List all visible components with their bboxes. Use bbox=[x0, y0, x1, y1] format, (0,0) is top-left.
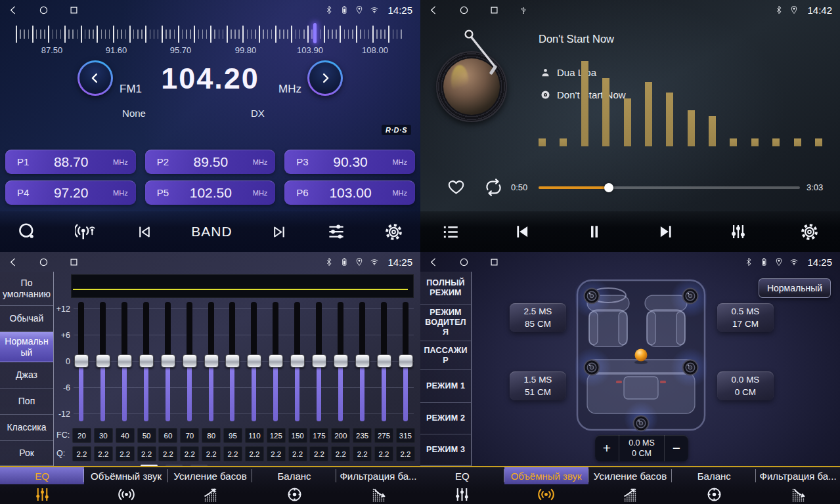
tab-balance[interactable]: Баланс bbox=[672, 467, 756, 504]
slider-handle[interactable] bbox=[183, 354, 197, 368]
eq-fc-value[interactable]: 30 bbox=[94, 428, 113, 443]
home-icon[interactable] bbox=[38, 257, 49, 268]
slider-handle[interactable] bbox=[139, 354, 154, 368]
eq-band-slider[interactable] bbox=[398, 298, 414, 433]
eq-fc-value[interactable]: 50 bbox=[137, 428, 156, 443]
eq-q-value[interactable]: 2.2 bbox=[374, 446, 393, 461]
tune-down-button[interactable] bbox=[77, 60, 113, 96]
eq-q-value[interactable]: 2.2 bbox=[245, 446, 264, 461]
tab-bass-boost[interactable]: Усиление басов bbox=[588, 467, 673, 504]
eq-band-slider[interactable] bbox=[376, 298, 392, 433]
tab-filter[interactable]: Фильтрация ба... bbox=[756, 467, 840, 504]
slider-handle[interactable] bbox=[355, 354, 370, 368]
scan-button[interactable] bbox=[17, 222, 37, 242]
eq-preset-rock[interactable]: Рок bbox=[0, 441, 53, 466]
progress-thumb[interactable] bbox=[604, 183, 613, 192]
playlist-button[interactable] bbox=[441, 222, 460, 242]
progress-bar[interactable] bbox=[539, 186, 800, 189]
increase-delay-button[interactable]: + bbox=[595, 435, 619, 461]
preset-button-p4[interactable]: P497.20MHz bbox=[5, 180, 136, 205]
mode-driver[interactable]: РЕЖИМ ВОДИТЕЛЯ bbox=[420, 304, 471, 341]
back-icon[interactable] bbox=[8, 5, 19, 16]
mode-2[interactable]: РЕЖИМ 2 bbox=[420, 403, 471, 434]
mode-full[interactable]: ПОЛНЫЙ РЕЖИМ bbox=[420, 272, 471, 304]
previous-track-button[interactable] bbox=[512, 222, 532, 242]
slider-handle[interactable] bbox=[96, 354, 110, 368]
eq-band-slider[interactable] bbox=[290, 298, 305, 433]
slider-handle[interactable] bbox=[312, 354, 326, 368]
slider-handle[interactable] bbox=[377, 354, 391, 368]
eq-preset-custom[interactable]: Обычай bbox=[0, 306, 53, 332]
slider-handle[interactable] bbox=[290, 354, 305, 368]
equalizer-button[interactable] bbox=[728, 222, 748, 242]
settings-button[interactable] bbox=[384, 222, 403, 242]
mode-3[interactable]: РЕЖИМ 3 bbox=[420, 434, 471, 466]
eq-q-value[interactable]: 2.2 bbox=[396, 446, 415, 461]
slider-handle[interactable] bbox=[161, 354, 175, 368]
eq-band-slider[interactable] bbox=[246, 298, 262, 433]
delay-rear-left[interactable]: 1.5 MS 51 CM bbox=[510, 371, 566, 400]
eq-q-value[interactable]: 2.2 bbox=[94, 446, 113, 461]
eq-band-slider[interactable] bbox=[311, 298, 327, 433]
eq-band-slider[interactable] bbox=[225, 298, 240, 433]
eq-q-value[interactable]: 2.2 bbox=[353, 446, 372, 461]
repeat-button[interactable] bbox=[483, 177, 504, 198]
back-icon[interactable] bbox=[428, 257, 439, 268]
delay-front-left[interactable]: 2.5 MS 85 CM bbox=[510, 303, 566, 332]
slider-handle[interactable] bbox=[247, 354, 261, 368]
frequency-scale[interactable]: 87.50 91.60 95.70 99.80 103.90 108.00 bbox=[16, 22, 405, 54]
eq-fc-value[interactable]: 175 bbox=[309, 428, 328, 443]
eq-preset-pop[interactable]: Поп bbox=[0, 388, 53, 415]
eq-q-value[interactable]: 2.2 bbox=[267, 446, 286, 461]
slider-handle[interactable] bbox=[399, 354, 413, 368]
eq-q-value[interactable]: 2.2 bbox=[72, 446, 91, 461]
eq-fc-value[interactable]: 70 bbox=[180, 428, 199, 443]
recents-icon[interactable] bbox=[489, 257, 500, 268]
preset-button-p5[interactable]: P5102.50MHz bbox=[145, 180, 276, 205]
eq-preset-classic[interactable]: Классика bbox=[0, 415, 53, 441]
eq-q-value[interactable]: 2.2 bbox=[180, 446, 199, 461]
delay-front-right[interactable]: 0.5 MS 17 CM bbox=[717, 303, 774, 332]
preset-button-p6[interactable]: P6103.00MHz bbox=[284, 180, 415, 205]
tab-eq[interactable]: EQ bbox=[420, 467, 504, 504]
next-station-button[interactable] bbox=[271, 223, 288, 241]
band-button[interactable]: BAND bbox=[191, 224, 232, 240]
eq-q-value[interactable]: 2.2 bbox=[116, 446, 135, 461]
eq-fc-value[interactable]: 315 bbox=[396, 428, 415, 443]
back-icon[interactable] bbox=[428, 5, 439, 16]
eq-fc-value[interactable]: 40 bbox=[116, 428, 135, 443]
sound-profile-button[interactable]: Нормальный bbox=[759, 278, 831, 298]
eq-band-slider[interactable] bbox=[95, 298, 111, 433]
delay-rear-right[interactable]: 0.0 MS 0 CM bbox=[717, 371, 774, 400]
eq-fc-value[interactable]: 20 bbox=[72, 428, 91, 443]
eq-q-value[interactable]: 2.2 bbox=[202, 446, 221, 461]
preset-button-p1[interactable]: P188.70MHz bbox=[5, 150, 136, 174]
mode-1[interactable]: РЕЖИМ 1 bbox=[420, 370, 471, 403]
eq-fc-value[interactable]: 150 bbox=[288, 428, 307, 443]
tab-surround-sound[interactable]: Объёмный звук bbox=[84, 467, 168, 504]
eq-fc-value[interactable]: 235 bbox=[353, 428, 372, 443]
eq-q-value[interactable]: 2.2 bbox=[331, 446, 350, 461]
preset-button-p3[interactable]: P390.30MHz bbox=[284, 150, 415, 174]
equalizer-button[interactable] bbox=[326, 222, 346, 242]
tab-filter[interactable]: Фильтрация ба... bbox=[336, 467, 420, 504]
eq-preset-normal[interactable]: Нормальный bbox=[0, 332, 53, 362]
listening-position-marker[interactable] bbox=[635, 349, 648, 362]
recents-icon[interactable] bbox=[489, 5, 500, 16]
broadcast-button[interactable] bbox=[75, 220, 97, 243]
eq-q-value[interactable]: 2.2 bbox=[158, 446, 177, 461]
tune-up-button[interactable] bbox=[307, 60, 343, 96]
eq-fc-value[interactable]: 110 bbox=[245, 428, 264, 443]
eq-preset-jazz[interactable]: Джаз bbox=[0, 362, 53, 388]
eq-band-slider[interactable] bbox=[268, 298, 284, 433]
mode-passenger[interactable]: ПАССАЖИР bbox=[420, 341, 471, 370]
home-icon[interactable] bbox=[38, 5, 49, 16]
eq-q-value[interactable]: 2.2 bbox=[288, 446, 307, 461]
eq-fc-value[interactable]: 95 bbox=[223, 428, 242, 443]
eq-fc-value[interactable]: 60 bbox=[158, 428, 177, 443]
eq-band-slider[interactable] bbox=[204, 298, 219, 433]
eq-q-value[interactable]: 2.2 bbox=[309, 446, 328, 461]
previous-station-button[interactable] bbox=[135, 223, 153, 241]
eq-band-slider[interactable] bbox=[117, 298, 133, 433]
eq-band-slider[interactable] bbox=[74, 298, 89, 433]
